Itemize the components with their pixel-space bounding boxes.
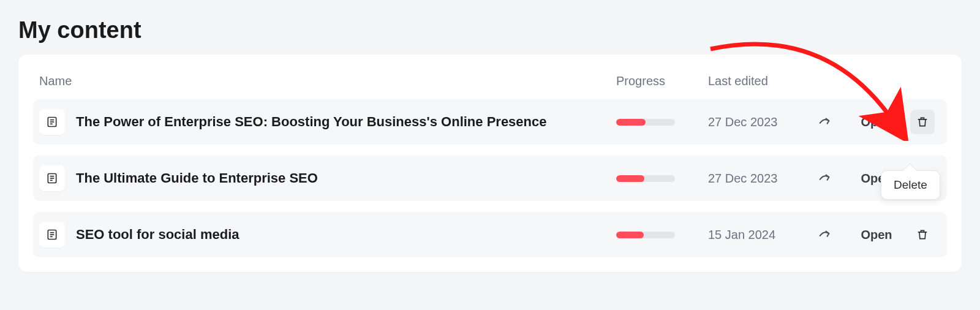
row-title[interactable]: The Ultimate Guide to Enterprise SEO bbox=[76, 170, 318, 186]
table-header: Name Progress Last edited bbox=[33, 66, 947, 99]
document-icon bbox=[39, 165, 65, 191]
open-button[interactable]: Open bbox=[861, 115, 892, 129]
progress-bar bbox=[616, 119, 675, 126]
row-title[interactable]: SEO tool for social media bbox=[76, 227, 239, 243]
progress-bar bbox=[616, 232, 675, 238]
share-button[interactable] bbox=[812, 110, 837, 134]
header-progress: Progress bbox=[616, 74, 708, 88]
document-icon bbox=[39, 109, 65, 135]
delete-button[interactable] bbox=[910, 222, 935, 247]
delete-tooltip: Delete bbox=[881, 170, 940, 200]
table-row: SEO tool for social media15 Jan 2024Open bbox=[33, 212, 947, 257]
table-row: The Ultimate Guide to Enterprise SEO27 D… bbox=[33, 156, 947, 201]
content-card: Name Progress Last edited The Power of E… bbox=[18, 55, 962, 272]
share-button[interactable] bbox=[812, 166, 837, 191]
last-edited: 15 Jan 2024 bbox=[708, 228, 775, 241]
open-button[interactable]: Open bbox=[861, 228, 892, 241]
row-title[interactable]: The Power of Enterprise SEO: Boosting Yo… bbox=[76, 114, 547, 130]
progress-bar bbox=[616, 175, 675, 182]
share-button[interactable] bbox=[812, 222, 837, 247]
document-icon bbox=[39, 222, 65, 248]
delete-button[interactable] bbox=[910, 110, 935, 134]
table-row: The Power of Enterprise SEO: Boosting Yo… bbox=[33, 99, 947, 145]
header-edited: Last edited bbox=[708, 74, 812, 88]
last-edited: 27 Dec 2023 bbox=[708, 172, 777, 185]
page-title: My content bbox=[18, 17, 962, 43]
last-edited: 27 Dec 2023 bbox=[708, 115, 777, 129]
header-name: Name bbox=[39, 74, 616, 88]
